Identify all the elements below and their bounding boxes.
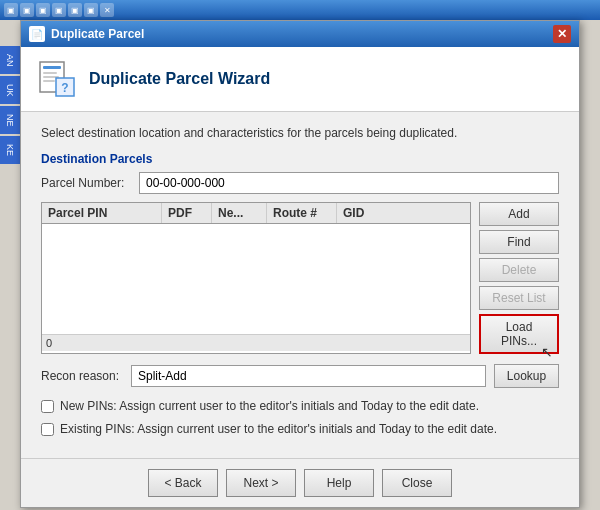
- col-parcel-pin: Parcel PIN: [42, 203, 162, 223]
- task-icon-1[interactable]: ▣: [4, 3, 18, 17]
- window-icon: 📄: [29, 26, 45, 42]
- parcel-grid: Parcel PIN PDF Ne... Route # GID 0: [41, 202, 471, 354]
- existing-pins-checkbox[interactable]: [41, 423, 54, 436]
- grid-body[interactable]: [42, 224, 470, 334]
- wizard-body: Select destination location and characte…: [21, 112, 579, 458]
- wizard-title: Duplicate Parcel Wizard: [89, 70, 270, 88]
- window-title: Duplicate Parcel: [51, 27, 144, 41]
- side-label-uk: UK: [0, 76, 20, 104]
- close-button[interactable]: ✕: [553, 25, 571, 43]
- lookup-button[interactable]: Lookup: [494, 364, 559, 388]
- taskbar: ▣ ▣ ▣ ▣ ▣ ▣ ✕: [0, 0, 600, 20]
- title-bar: 📄 Duplicate Parcel ✕: [21, 21, 579, 47]
- grid-buttons: Add Find Delete Reset List Load PINs... …: [479, 202, 559, 354]
- next-button[interactable]: Next >: [226, 469, 296, 497]
- cursor-indicator: ↖: [541, 344, 553, 360]
- svg-text:?: ?: [61, 81, 68, 95]
- col-pdf: PDF: [162, 203, 212, 223]
- recon-label: Recon reason:: [41, 369, 123, 383]
- task-icon-7[interactable]: ✕: [100, 3, 114, 17]
- delete-button[interactable]: Delete: [479, 258, 559, 282]
- new-pins-row: New PINs: Assign current user to the edi…: [41, 398, 559, 415]
- destination-parcels-label: Destination Parcels: [41, 152, 559, 166]
- col-gid: GID: [337, 203, 397, 223]
- task-icon-3[interactable]: ▣: [36, 3, 50, 17]
- grid-count: 0: [42, 334, 470, 351]
- task-icon-4[interactable]: ▣: [52, 3, 66, 17]
- svg-rect-1: [43, 66, 61, 69]
- parcel-number-row: Parcel Number:: [41, 172, 559, 194]
- back-button[interactable]: < Back: [148, 469, 218, 497]
- side-label-ne: NE: [0, 106, 20, 134]
- existing-pins-label: Existing PINs: Assign current user to th…: [60, 421, 497, 438]
- dialog-window: 📄 Duplicate Parcel ✕ ? Duplicate Parcel …: [20, 20, 580, 508]
- title-bar-left: 📄 Duplicate Parcel: [29, 26, 144, 42]
- recon-input[interactable]: [131, 365, 486, 387]
- wizard-header-text: Duplicate Parcel Wizard: [89, 70, 270, 88]
- svg-rect-4: [43, 80, 55, 82]
- task-icon-2[interactable]: ▣: [20, 3, 34, 17]
- wizard-icon: ?: [37, 59, 77, 99]
- new-pins-checkbox[interactable]: [41, 400, 54, 413]
- recon-row: Recon reason: Lookup: [41, 364, 559, 388]
- parcel-number-input[interactable]: [139, 172, 559, 194]
- find-button[interactable]: Find: [479, 230, 559, 254]
- grid-header: Parcel PIN PDF Ne... Route # GID: [42, 203, 470, 224]
- svg-rect-2: [43, 72, 57, 74]
- task-icon-5[interactable]: ▣: [68, 3, 82, 17]
- side-label-ke: KE: [0, 136, 20, 164]
- main-area: Parcel PIN PDF Ne... Route # GID 0 Add F…: [41, 202, 559, 354]
- parcel-number-label: Parcel Number:: [41, 176, 131, 190]
- reset-list-button[interactable]: Reset List: [479, 286, 559, 310]
- new-pins-label: New PINs: Assign current user to the edi…: [60, 398, 479, 415]
- side-nav: AN UK NE KE: [0, 46, 20, 164]
- col-route: Route #: [267, 203, 337, 223]
- footer-buttons: < Back Next > Help Close: [21, 458, 579, 507]
- wizard-header: ? Duplicate Parcel Wizard: [21, 47, 579, 112]
- col-ne: Ne...: [212, 203, 267, 223]
- close-dialog-button[interactable]: Close: [382, 469, 452, 497]
- add-button[interactable]: Add: [479, 202, 559, 226]
- task-icon-6[interactable]: ▣: [84, 3, 98, 17]
- side-label-an: AN: [0, 46, 20, 74]
- wizard-description: Select destination location and characte…: [41, 126, 559, 140]
- existing-pins-row: Existing PINs: Assign current user to th…: [41, 421, 559, 438]
- help-button[interactable]: Help: [304, 469, 374, 497]
